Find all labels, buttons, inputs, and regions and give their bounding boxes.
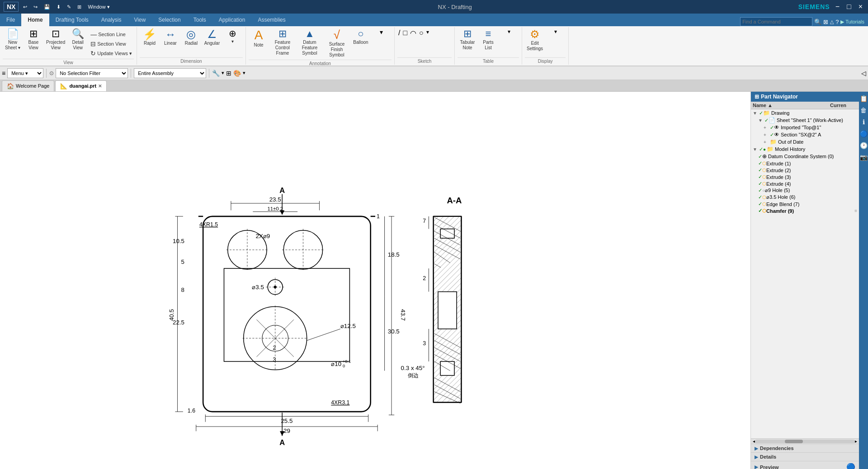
tab-selection[interactable]: Selection: [152, 14, 187, 26]
display-options-btn[interactable]: ▾: [243, 70, 245, 76]
nav-item-outofdate[interactable]: + 📁 Out of Date: [751, 138, 859, 145]
details-section[interactable]: ▶ Details: [751, 453, 859, 461]
balloon-button[interactable]: ○ Balloon: [351, 28, 371, 46]
quick-access-redo[interactable]: ↪: [32, 3, 39, 11]
tab-duangai[interactable]: 📐 duangai.prt ✕: [55, 80, 107, 91]
find-command-input[interactable]: [740, 17, 812, 26]
section-expand[interactable]: +: [764, 132, 770, 137]
drawing-canvas[interactable]: 23.5 11±0.2 1 25.5 29 40.5: [0, 92, 750, 469]
collapse-panel-icon[interactable]: ◁: [861, 70, 866, 77]
annotation-more-button[interactable]: ▾: [372, 28, 392, 36]
quick-access-edit[interactable]: ✎: [65, 3, 73, 11]
rapid-button[interactable]: ⚡ Rapid: [140, 28, 160, 47]
linear-button[interactable]: ↔ Linear: [160, 28, 180, 47]
preview-section[interactable]: ▶ Preview 🔵: [751, 461, 859, 469]
dependencies-section[interactable]: ▶ Dependencies: [751, 444, 859, 453]
new-sheet-button[interactable]: 📄 NewSheet ▾: [3, 28, 23, 52]
note-button[interactable]: A Note: [249, 28, 269, 49]
sketch-arc-icon[interactable]: ◠: [409, 28, 417, 38]
nav-item-extrude1[interactable]: ✓ ⬡ Extrude (1): [751, 160, 859, 167]
nav-item-extrude3[interactable]: ✓ ⬡ Extrude (3): [751, 174, 859, 180]
tab-application[interactable]: Application: [212, 14, 252, 26]
snap-options-btn[interactable]: ▾: [222, 70, 224, 76]
modelhistory-expand[interactable]: ▼: [753, 147, 759, 152]
duangai-close-icon[interactable]: ✕: [98, 84, 102, 89]
sidebar-icon-4[interactable]: 🔵: [860, 129, 868, 139]
nav-item-extrude4[interactable]: ✓ ⬡ Extrude (4): [751, 180, 859, 187]
window-restore[interactable]: □: [845, 3, 853, 11]
window-close[interactable]: ×: [857, 3, 864, 11]
tabular-note-button[interactable]: ⊞ TabularNote: [458, 28, 477, 52]
tab-file[interactable]: File: [0, 14, 21, 26]
nav-item-datum[interactable]: ✓ ⊕ Datum Coordinate System (0): [751, 153, 859, 160]
tab-welcome-page[interactable]: 🏠 Welcome Page: [2, 80, 54, 91]
sketch-circle-icon[interactable]: ○: [418, 28, 425, 38]
imported-expand[interactable]: +: [764, 125, 770, 130]
tab-analysis[interactable]: Analysis: [95, 14, 128, 26]
outofdate-expand[interactable]: +: [764, 140, 770, 145]
more-dimensions-button[interactable]: ⊕ ▾: [223, 28, 243, 45]
quick-access-down[interactable]: ⬇: [55, 3, 62, 11]
assembly-filter-dropdown[interactable]: Entire Assembly: [134, 68, 206, 78]
sketch-line-icon[interactable]: /: [397, 28, 401, 38]
quick-access-grid[interactable]: ⊞: [75, 3, 83, 11]
surface-finish-symbol-button[interactable]: √ SurfaceFinish Symbol: [324, 28, 350, 59]
nav-item-section[interactable]: + ✓ 👁 Section "SX@2" A: [751, 131, 859, 138]
sidebar-icon-3[interactable]: ℹ: [863, 117, 865, 127]
parts-list-button[interactable]: ≡ PartsList: [478, 28, 498, 52]
nav-item-chamfer9[interactable]: ✓ ⬡ Chamfer (9) ≡: [751, 207, 859, 214]
section-view-button[interactable]: ⊟ Section View: [89, 39, 134, 48]
tab-assemblies[interactable]: Assemblies: [251, 14, 292, 26]
snap-icon[interactable]: 🔧: [212, 70, 220, 77]
radial-button[interactable]: ◎ Radial: [181, 28, 201, 47]
quick-access-window[interactable]: Window ▾: [86, 3, 111, 11]
scroll-thumb[interactable]: [785, 440, 803, 443]
base-view-button[interactable]: ⊞ BaseView: [24, 28, 43, 52]
tab-drafting-tools[interactable]: Drafting Tools: [49, 14, 95, 26]
display-options-icon[interactable]: 🎨: [233, 70, 241, 77]
nav-item-modelhistory[interactable]: ▼ ✓ ● 📁 Model History: [751, 145, 859, 153]
scroll-track[interactable]: [755, 440, 855, 443]
search-icon[interactable]: 🔍: [814, 19, 821, 25]
window-minimize[interactable]: −: [834, 3, 841, 11]
tutorials-link[interactable]: ▶ Tutorials: [840, 19, 864, 25]
collapse-icon[interactable]: △: [830, 19, 834, 25]
menu-dropdown[interactable]: Menu ▾: [7, 68, 43, 78]
section-line-button[interactable]: — Section Line: [89, 30, 134, 39]
table-more-button[interactable]: ▾: [499, 28, 519, 35]
scroll-right-icon[interactable]: ▸: [855, 439, 857, 444]
tab-tools[interactable]: Tools: [187, 14, 212, 26]
datum-feature-symbol-button[interactable]: ▲ Datum FeatureSymbol: [297, 28, 323, 57]
nav-item-drawing[interactable]: ▼ ✓ 📁 Drawing: [751, 109, 859, 117]
sidebar-icon-1[interactable]: 📋: [860, 94, 868, 103]
detail-view-button[interactable]: 🔍 DetailView: [68, 28, 88, 52]
drawing-expand[interactable]: ▼: [753, 111, 759, 116]
nav-item-extrude2[interactable]: ✓ ⬡ Extrude (2): [751, 167, 859, 174]
tab-view[interactable]: View: [128, 14, 152, 26]
nav-item-hole6[interactable]: ✓ ⬡ ⌀3.5 Hole (6): [751, 194, 859, 201]
nav-item-sheet1[interactable]: ▼ ✓ 📄 Sheet "Sheet 1" (Work-Active): [751, 117, 859, 124]
sidebar-icon-2[interactable]: 🗑: [860, 105, 867, 115]
nav-item-edgeblend7[interactable]: ✓ ⬡ Edge Blend (7): [751, 201, 859, 207]
update-views-button[interactable]: ↻ Update Views ▾: [89, 49, 134, 58]
display-more-button[interactable]: ▾: [546, 28, 566, 35]
tab-home[interactable]: Home: [21, 14, 49, 26]
quick-access-undo[interactable]: ↩: [21, 3, 29, 11]
sketch-more-icon[interactable]: ▾: [425, 28, 430, 36]
sketch-rect-icon[interactable]: □: [402, 28, 408, 38]
help-icon[interactable]: ?: [835, 19, 839, 25]
sheet1-expand[interactable]: ▼: [758, 118, 764, 123]
nav-scrollbar[interactable]: ◂ ▸: [751, 438, 859, 444]
edit-settings-button[interactable]: ⚙ EditSettings: [525, 28, 545, 52]
sidebar-icon-5[interactable]: 🕐: [860, 141, 868, 150]
feature-control-frame-button[interactable]: ⊞ FeatureControl Frame: [269, 28, 296, 57]
grid-icon[interactable]: ⊞: [226, 70, 231, 77]
projected-view-button[interactable]: ⊡ ProjectedView: [44, 28, 67, 52]
sidebar-icon-6[interactable]: 📷: [860, 152, 868, 162]
angular-button[interactable]: ∠ Angular: [202, 28, 222, 47]
quick-access-save[interactable]: 💾: [42, 3, 52, 11]
expand-icon[interactable]: ⊠: [823, 19, 828, 25]
nav-item-hole5[interactable]: ✓ ○ ⌀9 Hole (5): [751, 187, 859, 194]
nav-item-imported[interactable]: + ✓ 👁 Imported "Top@1": [751, 124, 859, 131]
selection-filter-dropdown[interactable]: No Selection Filter: [56, 68, 128, 78]
